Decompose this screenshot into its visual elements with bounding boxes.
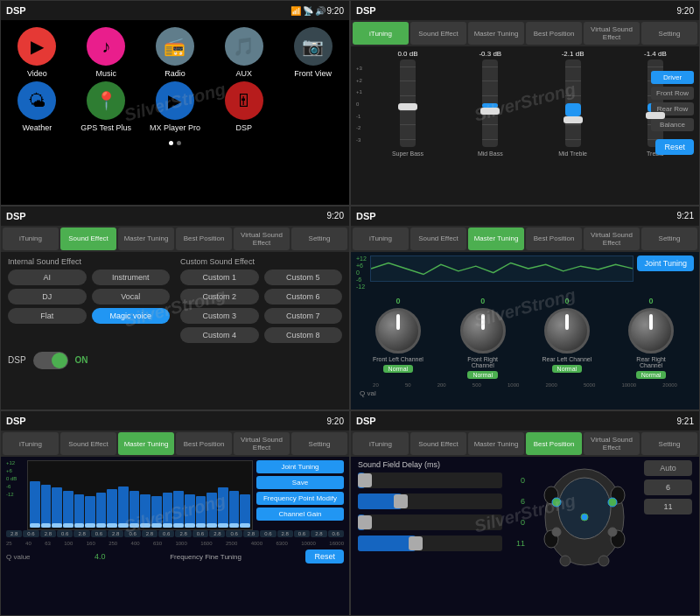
tab-setting[interactable]: Setting <box>641 228 697 250</box>
slider-thumb-2[interactable] <box>564 116 583 123</box>
effect-btn-flat[interactable]: Flat <box>8 308 87 324</box>
app-icon-dsp[interactable]: 🎚DSP <box>211 81 276 132</box>
bp-slider-3[interactable] <box>358 536 502 551</box>
effect-btn-instrument[interactable]: Instrument <box>92 270 171 285</box>
slider-track-1[interactable] <box>482 60 498 147</box>
pos-btn-balance[interactable]: Balance <box>651 118 694 131</box>
tab-best-position[interactable]: Best Position <box>176 432 232 455</box>
tab-best-position[interactable]: Best Position <box>526 228 582 250</box>
tab-master-tuning[interactable]: Master Tuning <box>468 228 524 250</box>
eq-bar-14[interactable] <box>185 494 195 528</box>
tab-setting[interactable]: Setting <box>291 432 347 455</box>
knob-1[interactable] <box>460 308 506 354</box>
app-icon-aux[interactable]: 🎵AUX <box>211 27 276 78</box>
eq-side-btn-3[interactable]: Channel Gain <box>256 508 344 521</box>
effect-btn-dj[interactable]: DJ <box>8 289 87 304</box>
tab-virtual-sound-effect[interactable]: Virtual Sound Effect <box>234 432 290 455</box>
bp-num-2[interactable]: 11 <box>644 499 692 514</box>
eq-bar-0[interactable] <box>30 481 40 528</box>
tab-sound-effect[interactable]: Sound Effect <box>410 22 466 45</box>
tab-ituning[interactable]: iTuning <box>3 228 59 250</box>
joint-tuning-button[interactable]: Joint Tuning <box>637 256 694 271</box>
eq-bar-18[interactable] <box>229 491 240 528</box>
custom-btn-custom-7[interactable]: Custom 7 <box>264 308 343 324</box>
tab-virtual-sound-effect[interactable]: Virtual Sound Effect <box>234 228 290 250</box>
effect-btn-vocal[interactable]: Vocal <box>92 289 171 304</box>
tab-ituning[interactable]: iTuning <box>353 22 409 45</box>
tab-master-tuning[interactable]: Master Tuning <box>118 432 174 455</box>
custom-btn-custom-8[interactable]: Custom 8 <box>264 327 343 343</box>
tab-sound-effect[interactable]: Sound Effect <box>60 432 116 455</box>
eq-bar-11[interactable] <box>151 496 162 528</box>
app-icon-gps-test-plus[interactable]: 📍GPS Test Plus <box>74 81 139 132</box>
tab-sound-effect[interactable]: Sound Effect <box>410 228 466 250</box>
app-icon-mx-player-pro[interactable]: ▶MX Player Pro <box>143 81 208 132</box>
knob-3[interactable] <box>628 308 674 354</box>
app-icon-radio[interactable]: 📻Radio <box>143 27 208 78</box>
tab-virtual-sound-effect[interactable]: Virtual Sound Effect <box>584 432 640 455</box>
bp-slider-0[interactable] <box>358 472 502 488</box>
slider-track-0[interactable] <box>400 60 416 147</box>
eq-bar-1[interactable] <box>41 485 52 528</box>
tab-master-tuning[interactable]: Master Tuning <box>118 228 174 250</box>
tab-sound-effect[interactable]: Sound Effect <box>410 432 466 455</box>
tab-ituning[interactable]: iTuning <box>353 432 409 455</box>
custom-btn-custom-6[interactable]: Custom 6 <box>264 289 343 304</box>
app-icon-video[interactable]: ▶Video <box>4 27 70 78</box>
bp-slider-1[interactable] <box>358 494 502 509</box>
effect-btn-ai[interactable]: AI <box>8 270 87 285</box>
slider-thumb-3[interactable] <box>646 112 665 119</box>
tab-setting[interactable]: Setting <box>641 432 697 455</box>
tab-master-tuning[interactable]: Master Tuning <box>468 22 524 45</box>
eq-bar-13[interactable] <box>173 491 184 528</box>
tab-virtual-sound-effect[interactable]: Virtual Sound Effect <box>584 22 640 45</box>
pos-btn-front-row[interactable]: Front Row <box>651 87 694 100</box>
pos-btn-driver[interactable]: Driver <box>651 71 694 84</box>
tab-setting[interactable]: Setting <box>641 22 697 45</box>
eq-bar-6[interactable] <box>96 493 107 528</box>
knob-0[interactable] <box>375 308 421 354</box>
dsp-toggle[interactable] <box>33 352 68 369</box>
tab-best-position[interactable]: Best Position <box>526 432 582 455</box>
eq-side-btn-2[interactable]: Frequency Point Modify <box>256 492 344 505</box>
reset-button-2[interactable]: Reset <box>655 139 694 155</box>
custom-btn-custom-5[interactable]: Custom 5 <box>264 270 343 285</box>
app-icon-weather[interactable]: 🌤Weather <box>4 81 70 132</box>
eq-bar-4[interactable] <box>74 494 85 528</box>
eq-reset-button[interactable]: Reset <box>305 550 344 564</box>
knob-2[interactable] <box>544 308 590 354</box>
eq-bar-17[interactable] <box>218 487 228 528</box>
bp-auto-button[interactable]: Auto <box>644 460 692 476</box>
custom-btn-custom-3[interactable]: Custom 3 <box>180 308 259 324</box>
eq-bar-8[interactable] <box>118 486 129 528</box>
bp-slider-2[interactable] <box>358 514 502 530</box>
tab-virtual-sound-effect[interactable]: Virtual Sound Effect <box>584 228 640 250</box>
tab-ituning[interactable]: iTuning <box>3 432 59 455</box>
app-icon-music[interactable]: ♪Music <box>74 27 139 78</box>
eq-bar-2[interactable] <box>52 487 62 528</box>
custom-btn-custom-2[interactable]: Custom 2 <box>180 289 259 304</box>
tab-best-position[interactable]: Best Position <box>176 228 232 250</box>
slider-thumb-0[interactable] <box>398 103 417 110</box>
slider-track-2[interactable] <box>565 60 581 147</box>
eq-bar-15[interactable] <box>196 496 206 528</box>
bp-num-1[interactable]: 6 <box>644 480 692 495</box>
eq-side-btn-0[interactable]: Joint Tuning <box>256 460 344 473</box>
custom-btn-custom-4[interactable]: Custom 4 <box>180 327 259 343</box>
eq-bar-7[interactable] <box>107 489 117 528</box>
effect-btn-magic-voice[interactable]: Magic voice <box>92 308 171 324</box>
eq-bar-12[interactable] <box>163 493 173 528</box>
eq-bar-3[interactable] <box>63 491 74 528</box>
eq-bar-10[interactable] <box>140 494 150 528</box>
slider-thumb-1[interactable] <box>480 108 500 115</box>
eq-bar-9[interactable] <box>130 491 140 528</box>
tab-setting[interactable]: Setting <box>291 228 347 250</box>
tab-master-tuning[interactable]: Master Tuning <box>468 432 524 455</box>
eq-bar-16[interactable] <box>206 493 217 528</box>
eq-bar-19[interactable] <box>240 494 250 528</box>
tab-best-position[interactable]: Best Position <box>526 22 582 45</box>
app-icon-front-view[interactable]: 📷Front View <box>280 27 346 78</box>
tab-ituning[interactable]: iTuning <box>353 228 409 250</box>
tab-sound-effect[interactable]: Sound Effect <box>60 228 116 250</box>
eq-bar-5[interactable] <box>85 496 95 528</box>
